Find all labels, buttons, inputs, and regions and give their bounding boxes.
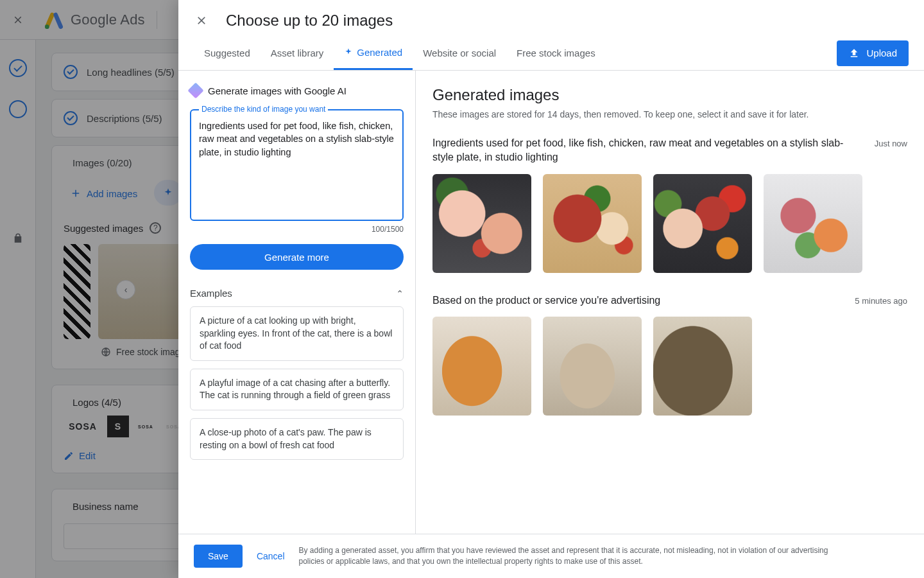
- tab-website-social[interactable]: Website or social: [413, 36, 506, 70]
- tab-label: Generated: [357, 47, 402, 58]
- generation-timestamp: Just now: [875, 136, 907, 148]
- examples-label: Examples: [190, 288, 232, 299]
- tab-free-stock[interactable]: Free stock images: [506, 36, 606, 70]
- generated-image[interactable]: [432, 174, 531, 273]
- generation-timestamp: 5 minutes ago: [855, 293, 907, 306]
- generated-image-grid: [432, 174, 907, 273]
- chevron-up-icon: ⌄: [396, 288, 404, 299]
- ai-diamond-icon: [187, 82, 203, 98]
- cancel-button[interactable]: Cancel: [257, 551, 285, 561]
- tab-generated[interactable]: Generated: [334, 36, 413, 70]
- prompt-field-label: Describe the kind of image you want: [199, 105, 328, 114]
- generated-results-panel: Generated images These images are stored…: [416, 71, 924, 534]
- modal-title: Choose up to 20 images: [226, 12, 393, 30]
- tab-asset-library[interactable]: Asset library: [261, 36, 334, 70]
- close-icon[interactable]: [194, 13, 209, 28]
- generated-image[interactable]: [543, 317, 642, 416]
- generated-image[interactable]: [543, 174, 642, 273]
- example-prompt[interactable]: A playful image of a cat chasing after a…: [190, 369, 404, 410]
- generation-prompt: Ingredients used for pet food, like fish…: [432, 136, 849, 165]
- sparkle-icon: [344, 48, 353, 57]
- upload-label: Upload: [866, 48, 897, 58]
- generated-image[interactable]: [432, 317, 531, 416]
- tab-suggested[interactable]: Suggested: [194, 36, 261, 70]
- generated-subtitle: These images are stored for 14 days, the…: [432, 109, 907, 119]
- tabs-row: Suggested Asset library Generated Websit…: [178, 36, 924, 71]
- example-prompt[interactable]: A picture of a cat looking up with brigh…: [190, 306, 404, 361]
- ai-heading: Generate images with Google AI: [190, 85, 404, 96]
- modal-header: Choose up to 20 images: [178, 0, 924, 36]
- generated-image[interactable]: [764, 174, 862, 273]
- generated-image[interactable]: [653, 174, 752, 273]
- ai-heading-text: Generate images with Google AI: [208, 85, 346, 96]
- generated-title: Generated images: [432, 86, 907, 104]
- image-picker-modal: Choose up to 20 images Suggested Asset l…: [178, 0, 924, 578]
- generation-prompt: Based on the product or service you're a…: [432, 293, 660, 308]
- upload-button[interactable]: Upload: [837, 40, 909, 66]
- prompt-field[interactable]: Describe the kind of image you want: [190, 109, 404, 221]
- upload-icon: [848, 48, 860, 59]
- generated-image[interactable]: [653, 317, 752, 416]
- disclaimer-text: By adding a generated asset, you affirm …: [299, 545, 851, 567]
- example-prompt[interactable]: A close-up photo of a cat's paw. The paw…: [190, 418, 404, 460]
- generated-image-grid: [432, 317, 907, 416]
- generate-panel: Generate images with Google AI Describe …: [178, 71, 416, 534]
- char-count: 100/1500: [190, 225, 404, 234]
- generate-more-button[interactable]: Generate more: [190, 244, 404, 270]
- examples-toggle[interactable]: Examples ⌄: [190, 288, 404, 299]
- modal-footer: Save Cancel By adding a generated asset,…: [178, 534, 924, 578]
- prompt-textarea[interactable]: [199, 119, 395, 209]
- save-button[interactable]: Save: [194, 545, 243, 568]
